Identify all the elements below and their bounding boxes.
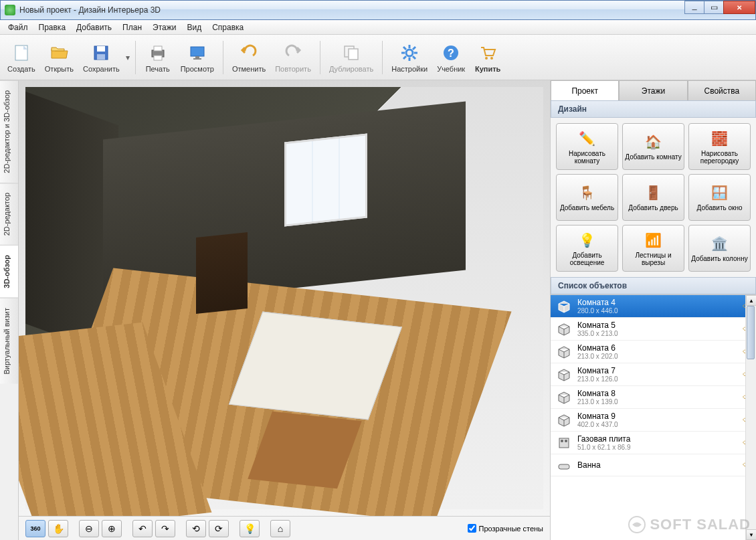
object-list-item[interactable]: Газовая плита51.0 x 62.1 x 86.9👁 [551,432,756,454]
object-name: Комната 4 [577,298,737,307]
rotate-left-button[interactable]: ↶ [132,520,153,537]
object-list-item[interactable]: Комната 7213.0 x 126.0👁 [551,363,756,386]
settings-button[interactable]: Настройки [387,37,432,78]
save-button[interactable]: Сохранить [78,37,124,78]
add-window-button[interactable]: 🪟Добавить окно [688,174,751,221]
add-room-button[interactable]: 🏠Добавить комнату [622,123,684,170]
tilt-right-button[interactable]: ⟳ [209,520,229,537]
svg-rect-28 [559,464,569,469]
scroll-up-button[interactable]: ▲ [746,295,756,306]
object-dimensions: 213.0 x 139.0 [577,398,737,406]
object-list-item[interactable]: Комната 5335.0 x 213.0👁 [551,318,756,341]
draw-partition-button[interactable]: 🧱Нарисовать перегородку [688,123,751,170]
menu-help[interactable]: Справка [207,21,249,33]
zoom-in-button[interactable]: ⊕ [102,520,122,537]
room-3d-render [25,87,543,509]
stairs-cutouts-button[interactable]: 📶Лестницы и вырезы [622,225,684,272]
object-name: Комната 6 [577,343,737,353]
pencil-room-icon: ✏️ [578,129,597,148]
scroll-thumb[interactable] [747,306,755,359]
tab-3d-view[interactable]: 3D-обзор [0,245,18,298]
toolbar-separator [382,41,383,74]
bulb-icon: 💡 [244,523,256,534]
orbit-360-button[interactable]: 360 [25,520,45,537]
object-text: Комната 6213.0 x 202.0 [577,343,737,360]
print-button[interactable]: Печать [140,37,176,78]
save-icon [90,42,112,64]
object-list-item[interactable]: Комната 9402.0 x 437.0👁 [551,409,756,432]
duplicate-button[interactable]: Дублировать [324,37,378,78]
pan-button[interactable]: ✋ [48,520,68,537]
add-column-button[interactable]: 🏛️Добавить колонну [688,225,751,272]
draw-room-button[interactable]: ✏️Нарисовать комнату [556,123,618,170]
redo-button[interactable]: Повторить [270,37,316,78]
svg-point-26 [561,440,563,442]
tab-2d-3d-combined[interactable]: 2D-редактор и 3D-обзор [0,80,18,183]
object-dimensions: 280.0 x 446.0 [577,307,737,314]
object-list-item[interactable]: Ванна👁 [551,454,756,476]
undo-button[interactable]: Отменить [227,37,270,78]
add-furniture-button[interactable]: 🪑Добавить мебель [556,174,618,221]
menu-floors[interactable]: Этажи [147,21,181,33]
svg-line-19 [403,56,406,59]
menu-edit[interactable]: Правка [33,21,72,33]
add-room-icon: 🏠 [644,132,663,151]
zoom-out-button[interactable]: ⊖ [79,520,99,537]
cart-icon [477,42,498,64]
scrollbar[interactable]: ▲ ▼ [745,295,756,540]
tab-project[interactable]: Проект [551,80,619,100]
preview-button[interactable]: Просмотр [176,37,219,78]
svg-point-12 [406,50,413,56]
tab-floors[interactable]: Этажи [619,80,687,100]
main-toolbar: Создать Открыть Сохранить ▾ Печать Просм… [0,35,756,80]
lighting-button[interactable]: 💡 [240,520,260,537]
svg-rect-6 [154,56,162,60]
tilt-left-button[interactable]: ⟲ [186,520,206,537]
zoom-out-icon: ⊖ [85,523,93,534]
tab-2d-editor[interactable]: 2D-редактор [0,183,18,245]
tab-virtual-visit[interactable]: Виртуальный визит [0,298,18,384]
scroll-down-button[interactable]: ▼ [746,529,756,540]
close-button[interactable] [723,1,755,14]
svg-line-17 [403,47,406,50]
open-button[interactable]: Открыть [40,37,78,78]
object-dimensions: 402.0 x 437.0 [577,421,737,428]
minimize-button[interactable] [684,1,704,14]
transparent-walls-toggle[interactable]: Прозрачные стены [468,524,543,533]
add-lighting-button[interactable]: 💡Добавить освещение [556,225,618,272]
object-list-item[interactable]: Комната 8213.0 x 139.0👁 [551,386,756,409]
maximize-button[interactable] [704,1,724,14]
buy-button[interactable]: Купить [470,37,506,78]
add-door-button[interactable]: 🚪Добавить дверь [622,174,684,221]
save-dropdown[interactable]: ▾ [124,37,131,78]
object-type-icon [556,321,572,337]
menu-view[interactable]: Вид [181,21,207,33]
create-button[interactable]: Создать [3,37,40,78]
object-list-item[interactable]: Комната 6213.0 x 202.0👁 [551,341,756,363]
tab-properties[interactable]: Свойства [688,80,756,100]
object-text: Комната 7213.0 x 126.0 [577,366,737,383]
design-tools-grid: ✏️Нарисовать комнату 🏠Добавить комнату 🧱… [551,118,756,277]
folder-open-icon [48,42,70,64]
left-view-tabs: 2D-редактор и 3D-обзор 2D-редактор 3D-об… [0,80,19,540]
3d-viewport[interactable] [19,80,550,516]
rotate-right-button[interactable]: ↷ [155,520,175,537]
tutorial-button[interactable]: ? Учебник [432,37,470,78]
menubar: Файл Правка Добавить План Этажи Вид Спра… [0,20,756,35]
object-name: Комната 8 [577,389,737,398]
door-icon: 🚪 [644,183,663,202]
menu-add[interactable]: Добавить [71,21,117,33]
object-list-item[interactable]: Комната 4280.0 x 446.0👁 [551,295,756,318]
gear-icon [399,42,420,64]
viewport-area: 360 ✋ ⊖ ⊕ ↶ ↷ ⟲ ⟳ 💡 ⌂ Прозрачные стены [19,80,550,540]
menu-file[interactable]: Файл [3,21,33,33]
svg-point-24 [490,57,493,60]
transparent-walls-checkbox[interactable] [468,524,476,533]
menu-plan[interactable]: План [117,21,147,33]
svg-rect-3 [97,54,105,60]
home-view-button[interactable]: ⌂ [270,520,290,537]
toolbar-separator [320,41,320,74]
object-type-icon [556,389,572,406]
bulb-icon: 💡 [578,231,597,250]
svg-rect-9 [193,58,201,60]
